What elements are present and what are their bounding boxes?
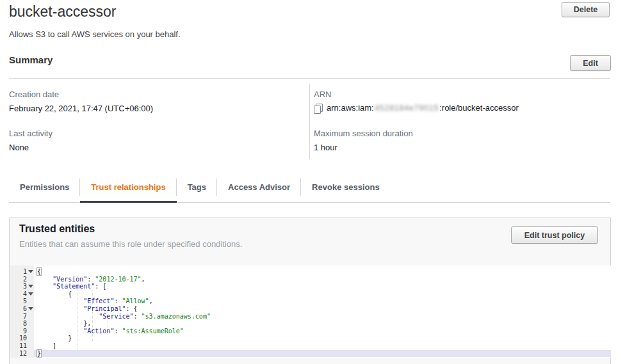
trusted-entities-title: Trusted entities [19,223,95,235]
role-description: Allows S3 to call AWS services on your b… [9,29,181,39]
code-line[interactable]: ] [37,342,611,350]
code-line[interactable]: "Effect": "Allow", [37,297,611,305]
fold-arrow-icon[interactable] [28,270,33,273]
edit-summary-button[interactable]: Edit [570,55,611,71]
delete-button[interactable]: Delete [562,2,610,17]
last-activity-label: Last activity [9,129,53,138]
tab-trust-relationships[interactable]: Trust relationships [80,177,176,202]
fold-arrow-icon[interactable] [28,285,33,288]
copy-icon[interactable] [314,104,322,113]
line-number: 12 [10,350,34,358]
line-number: 9 [10,328,34,335]
code-line[interactable]: } [37,335,611,342]
tab-access-advisor[interactable]: Access Advisor [217,177,301,202]
summary-column-divider [309,84,310,159]
line-number: 11 [10,342,34,350]
summary-heading: Summary [9,54,53,65]
line-number: 5 [10,297,34,305]
arn-row: arn:aws:iam:4528184e79015:role/bucket-ac… [314,103,519,113]
code-line[interactable]: } [37,350,611,358]
code-line[interactable]: }, [37,320,611,328]
creation-date-label: Creation date [9,90,59,99]
line-number: 1 [10,268,34,276]
max-session-label: Maximum session duration [314,129,413,138]
editor-code: { "Version": "2012-10-17", "Statement": … [34,265,611,358]
summary-divider [9,78,610,79]
edit-trust-policy-button[interactable]: Edit trust policy [511,226,598,244]
editor-gutter: 123456789101112 [10,265,34,358]
creation-date-value: February 22, 2021, 17:47 (UTC+06:00) [9,104,153,113]
arn-value: arn:aws:iam:4528184e79015:role/bucket-ac… [327,103,519,113]
trusted-entities-subtitle: Entities that can assume this role under… [19,239,242,249]
code-line[interactable]: "Statement": [ [37,283,611,290]
tab-revoke-sessions[interactable]: Revoke sessions [301,177,391,202]
code-line[interactable]: { [37,290,611,298]
line-number: 7 [10,313,34,320]
page-title: bucket-accessor [9,3,116,20]
line-number: 3 [10,283,34,290]
tab-tags[interactable]: Tags [177,177,217,202]
tab-permissions[interactable]: Permissions [9,177,80,202]
tab-bar: Permissions Trust relationships Tags Acc… [9,177,610,203]
code-line[interactable]: "Action": "sts:AssumeRole" [37,328,611,335]
line-number: 4 [10,290,34,298]
line-number: 10 [10,335,34,342]
code-line[interactable]: "Principal": { [37,305,611,313]
code-line[interactable]: "Service": "s3.amazonaws.com" [37,313,611,320]
arn-account-redacted: 4528184e79015 [375,103,439,113]
iam-role-page: bucket-accessor Delete Allows S3 to call… [0,0,625,364]
code-line[interactable]: "Version": "2012-10-17", [37,276,611,283]
fold-arrow-icon[interactable] [28,307,33,310]
trust-policy-editor[interactable]: 123456789101112 { "Version": "2012-10-17… [10,265,611,358]
line-number: 2 [10,276,34,283]
line-number: 8 [10,320,34,328]
last-activity-value: None [9,143,29,152]
max-session-value: 1 hour [314,143,337,152]
arn-label: ARN [314,90,331,99]
line-number: 6 [10,305,34,313]
fold-arrow-icon[interactable] [28,292,33,296]
code-line[interactable]: { [37,268,611,276]
